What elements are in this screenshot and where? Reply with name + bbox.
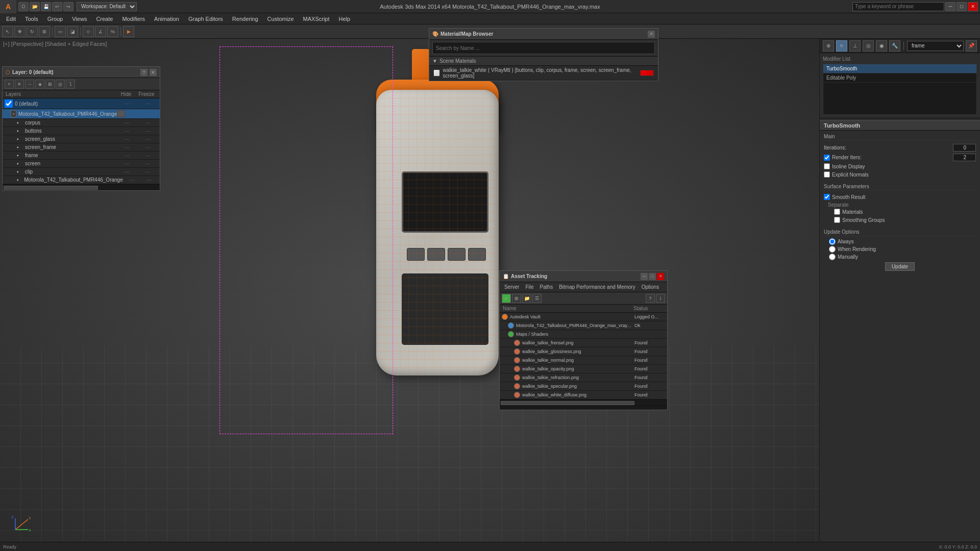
layer-row-frame[interactable]: ▪ frame — — — [3, 152, 160, 160]
at-row-glossiness[interactable]: walkie_talkie_glossiness.png Found — [500, 347, 667, 356]
at-row-specular[interactable]: walkie_talkie_specular.png Found — [500, 382, 667, 391]
at-info-btn[interactable]: i — [656, 294, 665, 303]
frame-selector[interactable]: frame — [907, 41, 964, 51]
angle-snap-btn[interactable]: ∠ — [95, 26, 106, 37]
layer-active-indicator[interactable] — [5, 99, 13, 108]
layers-select-objects-btn[interactable]: ⊞ — [45, 80, 55, 89]
menu-animation[interactable]: Animation — [150, 15, 183, 23]
layers-scroll-thumb[interactable] — [4, 186, 98, 190]
ts-smooth-result-check[interactable] — [824, 194, 830, 200]
layer-row-buttons[interactable]: ▪ buttons — — — [3, 127, 160, 135]
restore-btn[interactable]: □ — [957, 2, 967, 11]
layers-help-btn[interactable]: ? — [140, 69, 148, 76]
at-toolbar-btn2[interactable]: ⊞ — [512, 294, 521, 303]
material-browser-scene-section[interactable]: ▼ Scene Materials — [429, 57, 658, 66]
at-menu-bitmap[interactable]: Bitmap Performance and Memory — [556, 284, 638, 290]
menu-graph-editors[interactable]: Graph Editors — [184, 15, 227, 23]
select-region-btn[interactable]: ▭ — [55, 26, 66, 37]
at-row-maps[interactable]: Maps / Shaders — [500, 330, 667, 339]
percent-snap-btn[interactable]: % — [107, 26, 118, 37]
at-row-opacity[interactable]: walkie_talkie_opacity.png Found — [500, 365, 667, 373]
layer-row-motorola[interactable]: + Motorola_T42_Talkabout_PMR446_Orange —… — [3, 109, 160, 119]
ts-smoothing-groups-check[interactable] — [834, 217, 840, 223]
minimize-btn[interactable]: ─ — [945, 2, 955, 11]
motion-tab-btn[interactable]: ◎ — [863, 40, 874, 52]
layers-new-btn[interactable]: + — [5, 80, 14, 89]
utilities-tab-btn[interactable]: 🔧 — [889, 40, 900, 52]
layer-row-0[interactable]: 0 (default) — — — [3, 98, 160, 109]
at-horizontal-scrollbar[interactable] — [500, 399, 667, 406]
ts-explicit-check[interactable] — [824, 171, 830, 178]
window-crossing-btn[interactable]: ◪ — [67, 26, 78, 37]
at-toolbar-btn1[interactable]: ✓ — [502, 294, 511, 303]
render-btn[interactable]: ▶ — [123, 26, 134, 37]
layers-add-selection-btn[interactable]: → — [25, 80, 34, 89]
menu-rendering[interactable]: Rendering — [228, 15, 262, 23]
material-browser-search[interactable] — [432, 42, 655, 54]
workspace-selector[interactable]: Workspace: Default — [77, 2, 137, 11]
menu-help[interactable]: Help — [335, 15, 355, 23]
at-toolbar-btn3[interactable]: 📁 — [522, 294, 531, 303]
at-restore-btn[interactable]: □ — [649, 273, 656, 280]
ts-render-iters-input[interactable] — [953, 154, 976, 161]
layer-row-corpus[interactable]: ▪ corpus — — — [3, 119, 160, 127]
save-btn[interactable]: 💾 — [41, 2, 51, 11]
layers-make-current-btn[interactable]: ◎ — [56, 80, 65, 89]
layer-row-screen-frame[interactable]: ▪ screen_frame — — — [3, 143, 160, 152]
layers-delete-btn[interactable]: ✕ — [15, 80, 24, 89]
modifier-editable-poly[interactable]: Editable Poly — [823, 73, 976, 83]
at-menu-options[interactable]: Options — [639, 284, 662, 290]
modifier-turbosmooth[interactable]: TurboSmooth — [823, 64, 976, 73]
search-input[interactable] — [852, 2, 944, 11]
menu-group[interactable]: Group — [43, 15, 67, 23]
at-help-btn[interactable]: ? — [646, 294, 655, 303]
at-menu-paths[interactable]: Paths — [537, 284, 556, 290]
redo-btn[interactable]: ↪ — [63, 2, 74, 11]
at-scroll-thumb[interactable] — [501, 401, 634, 405]
rotate-btn[interactable]: ↻ — [27, 26, 38, 37]
material-row-walkie[interactable]: walkie_talkie_white ( VRayMtl ) [buttons… — [429, 66, 658, 81]
menu-customize[interactable]: Customize — [263, 15, 298, 23]
at-row-frensel[interactable]: walkie_talkie_frensel.png Found — [500, 339, 667, 347]
layer-row-clip[interactable]: ▪ clip — — — [3, 168, 160, 176]
menu-maxscript[interactable]: MAXScript — [299, 15, 334, 23]
pin-btn[interactable]: 📌 — [966, 40, 977, 52]
close-btn[interactable]: ✕ — [968, 2, 978, 11]
move-btn[interactable]: ✥ — [14, 26, 26, 37]
at-row-normal[interactable]: walkie_talkie_normal.png Found — [500, 356, 667, 365]
ts-always-radio[interactable] — [829, 238, 836, 245]
mb-close-btn[interactable]: ✕ — [648, 31, 655, 38]
at-row-diffuse[interactable]: walkie_talkie_white_diffuse.png Found — [500, 391, 667, 399]
undo-btn[interactable]: ↩ — [52, 2, 62, 11]
at-menu-file[interactable]: File — [523, 284, 536, 290]
menu-edit[interactable]: Edit — [2, 15, 20, 23]
layers-close-btn[interactable]: ✕ — [150, 69, 157, 76]
layers-scrollbar[interactable] — [3, 184, 160, 190]
menu-views[interactable]: Views — [68, 15, 91, 23]
scale-btn[interactable]: ⊞ — [39, 26, 50, 37]
ts-when-rendering-radio[interactable] — [829, 246, 836, 253]
at-row-refraction[interactable]: walkie_talkie_refraction.png Found — [500, 373, 667, 382]
layers-select-layer-btn[interactable]: ◈ — [35, 80, 44, 89]
modify-tab-btn[interactable]: ≡ — [836, 40, 847, 52]
create-tab-btn[interactable]: ⊕ — [823, 40, 834, 52]
at-close-btn[interactable]: ✕ — [657, 273, 664, 280]
new-btn[interactable]: 🗋 — [18, 2, 29, 11]
at-toolbar-btn4[interactable]: ☰ — [532, 294, 542, 303]
layer-row-motorola-obj[interactable]: ▪ Motorola_T42_Talkabout_PMR446_Orange —… — [3, 176, 160, 184]
at-minimize-btn[interactable]: ─ — [641, 273, 648, 280]
at-row-max-file[interactable]: Motorola_T42_Talkabout_PMR446_Orange_max… — [500, 321, 667, 330]
ts-isoline-check[interactable] — [824, 163, 830, 169]
snap-btn[interactable]: ⊹ — [83, 26, 94, 37]
layers-move-to-layer-btn[interactable]: ⤵ — [66, 80, 75, 89]
hierarchy-tab-btn[interactable]: ⊥ — [849, 40, 861, 52]
at-row-vault[interactable]: Autodesk Vault Logged O... — [500, 313, 667, 321]
ts-update-btn[interactable]: Update — [885, 262, 915, 271]
ts-materials-check[interactable] — [834, 209, 840, 215]
open-btn[interactable]: 📂 — [30, 2, 40, 11]
ts-manually-radio[interactable] — [829, 254, 836, 260]
ts-iterations-input[interactable] — [953, 144, 976, 152]
layer-row-screen-glass[interactable]: ▪ screen_glass — — — [3, 135, 160, 143]
menu-create[interactable]: Create — [92, 15, 117, 23]
select-btn[interactable]: ↖ — [2, 26, 13, 37]
